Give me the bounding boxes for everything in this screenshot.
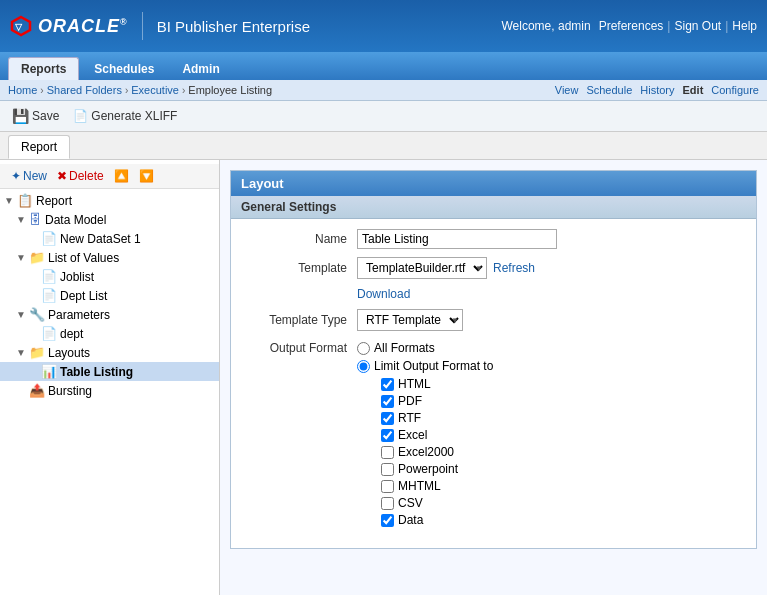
download-row: Download <box>247 287 740 301</box>
new-button[interactable]: ✦ New <box>8 168 50 184</box>
sidebar-item-layouts[interactable]: ▼ 📁 Layouts <box>0 343 219 362</box>
format-excel2000-checkbox[interactable] <box>381 446 394 459</box>
sidebar-item-data-model[interactable]: ▼ 🗄 Data Model <box>0 210 219 229</box>
format-html-checkbox[interactable] <box>381 378 394 391</box>
output-format-section: All Formats Limit Output Format to HTML <box>357 341 493 530</box>
name-row: Name <box>247 229 740 249</box>
format-powerpoint-label: Powerpoint <box>398 462 458 476</box>
svg-text:▽: ▽ <box>14 22 23 32</box>
tab-admin[interactable]: Admin <box>169 57 232 80</box>
sidebar-item-label: Layouts <box>48 346 90 360</box>
action-configure[interactable]: Configure <box>711 84 759 96</box>
format-powerpoint-row: Powerpoint <box>357 462 493 476</box>
action-schedule[interactable]: Schedule <box>586 84 632 96</box>
all-formats-row: All Formats <box>357 341 493 355</box>
name-input[interactable] <box>357 229 557 249</box>
delete-icon: ✖ <box>57 169 67 183</box>
template-controls: TemplateBuilder.rtf Refresh <box>357 257 535 279</box>
content-area: Layout General Settings Name Template <box>220 160 767 595</box>
sidebar-item-label: Joblist <box>60 270 94 284</box>
template-label: Template <box>247 261 357 275</box>
format-html-row: HTML <box>357 377 493 391</box>
action-history[interactable]: History <box>640 84 674 96</box>
format-excel-label: Excel <box>398 428 427 442</box>
format-powerpoint-checkbox[interactable] <box>381 463 394 476</box>
up-arrow-icon: 🔼 <box>114 169 129 183</box>
format-rtf-checkbox[interactable] <box>381 412 394 425</box>
breadcrumb-current: Employee Listing <box>188 84 272 96</box>
format-data-label: Data <box>398 513 423 527</box>
move-up-button[interactable]: 🔼 <box>111 168 132 184</box>
delete-button[interactable]: ✖ Delete <box>54 168 107 184</box>
body-area: ✦ New ✖ Delete 🔼 🔽 ▼ 📋 <box>0 160 767 595</box>
sidebar-item-bursting[interactable]: 📤 Bursting <box>0 381 219 400</box>
format-data-checkbox[interactable] <box>381 514 394 527</box>
expand-icon-dm: ▼ <box>16 214 26 225</box>
sidebar-item-table-listing[interactable]: 📊 Table Listing <box>0 362 219 381</box>
form-area: Name Template TemplateBuilder.rtf <box>231 219 756 548</box>
preferences-link[interactable]: Preferences <box>599 19 664 33</box>
breadcrumb-executive[interactable]: Executive <box>131 84 179 96</box>
format-excel-row: Excel <box>357 428 493 442</box>
app-container: ▽ ORACLE® BI Publisher Enterprise Welcom… <box>0 0 767 595</box>
limit-formats-label: Limit Output Format to <box>374 359 493 373</box>
db-icon: 🗄 <box>29 212 42 227</box>
folder-icon-2: 📁 <box>29 345 45 360</box>
sidebar-item-dept[interactable]: 📄 dept <box>0 324 219 343</box>
format-excel-checkbox[interactable] <box>381 429 394 442</box>
burst-icon: 📤 <box>29 383 45 398</box>
save-icon: 💾 <box>12 108 29 124</box>
format-pdf-checkbox[interactable] <box>381 395 394 408</box>
limit-formats-row: Limit Output Format to <box>357 359 493 373</box>
sidebar-item-report[interactable]: ▼ 📋 Report <box>0 191 219 210</box>
xliff-label: Generate XLIFF <box>91 109 177 123</box>
header-right: Welcome, admin Preferences | Sign Out | … <box>502 19 758 33</box>
sidebar-item-parameters[interactable]: ▼ 🔧 Parameters <box>0 305 219 324</box>
sidebar-item-label: Bursting <box>48 384 92 398</box>
move-down-button[interactable]: 🔽 <box>136 168 157 184</box>
action-view[interactable]: View <box>555 84 579 96</box>
doc-icon-3: 📄 <box>41 288 57 303</box>
tab-schedules[interactable]: Schedules <box>81 57 167 80</box>
sidebar-item-joblist[interactable]: 📄 Joblist <box>0 267 219 286</box>
table-icon: 📊 <box>41 364 57 379</box>
template-type-select[interactable]: RTF Template <box>357 309 463 331</box>
output-format-label: Output Format <box>247 339 357 355</box>
logo-divider <box>142 12 143 40</box>
all-formats-radio[interactable] <box>357 342 370 355</box>
tab-reports[interactable]: Reports <box>8 57 79 80</box>
report-tab-bar: Report <box>0 132 767 160</box>
breadcrumb-shared-folders[interactable]: Shared Folders <box>47 84 122 96</box>
format-mhtml-checkbox[interactable] <box>381 480 394 493</box>
doc-icon: 📄 <box>41 231 57 246</box>
generate-xliff-button[interactable]: 📄 Generate XLIFF <box>69 107 181 125</box>
sidebar-item-new-dataset[interactable]: 📄 New DataSet 1 <box>0 229 219 248</box>
general-settings-bar: General Settings <box>231 196 756 219</box>
sidebar-item-label: Report <box>36 194 72 208</box>
template-select-wrapper: TemplateBuilder.rtf <box>357 257 487 279</box>
help-link[interactable]: Help <box>732 19 757 33</box>
tab-report[interactable]: Report <box>8 135 70 159</box>
logo: ▽ ORACLE® BI Publisher Enterprise <box>10 12 310 40</box>
toolbar: 💾 Save 📄 Generate XLIFF <box>0 101 767 132</box>
breadcrumb-home[interactable]: Home <box>8 84 37 96</box>
sidebar-item-list-of-values[interactable]: ▼ 📁 List of Values <box>0 248 219 267</box>
output-format-row: Output Format All Formats Limit Output F… <box>247 339 740 530</box>
template-select[interactable]: TemplateBuilder.rtf <box>357 257 487 279</box>
sidebar-item-label: List of Values <box>48 251 119 265</box>
template-type-row: Template Type RTF Template <box>247 309 740 331</box>
limit-formats-radio[interactable] <box>357 360 370 373</box>
signout-link[interactable]: Sign Out <box>674 19 721 33</box>
save-button[interactable]: 💾 Save <box>8 106 63 126</box>
sidebar-item-label: dept <box>60 327 83 341</box>
refresh-link[interactable]: Refresh <box>493 261 535 275</box>
sidebar-item-dept-list[interactable]: 📄 Dept List <box>0 286 219 305</box>
name-label: Name <box>247 232 357 246</box>
welcome-text: Welcome, admin <box>502 19 591 33</box>
action-edit: Edit <box>683 84 704 96</box>
breadcrumb: Home › Shared Folders › Executive › Empl… <box>0 80 767 101</box>
xliff-icon: 📄 <box>73 109 88 123</box>
format-csv-checkbox[interactable] <box>381 497 394 510</box>
download-link[interactable]: Download <box>357 287 410 301</box>
doc-icon-2: 📄 <box>41 269 57 284</box>
